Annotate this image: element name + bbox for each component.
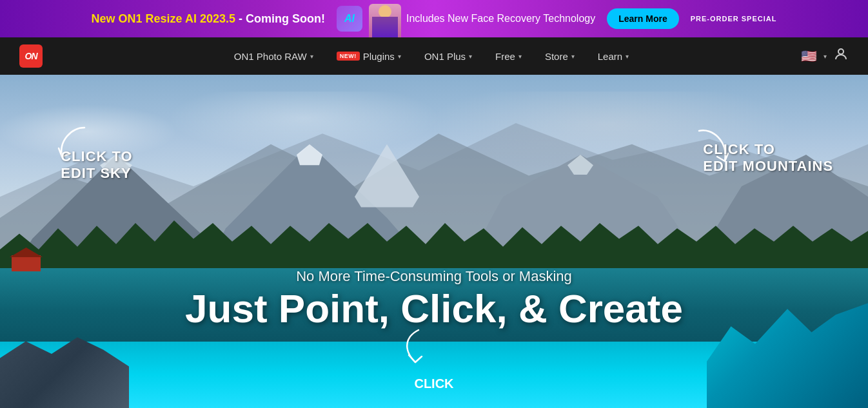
hero-section: CLICK TO EDIT SKY CLICK TO EDIT MOUNTAIN… [0,75,868,408]
user-account-icon[interactable] [833,46,849,66]
hero-cabin [12,255,41,271]
banner-preorder-label: PRE-ORDER SPECIAL [691,15,777,23]
chevron-down-icon: ▾ [571,53,575,60]
svg-point-0 [838,49,843,54]
navbar: ON ON1 Photo RAW ▾ NEW! Plugins ▾ ON1 Pl… [0,37,868,75]
hero-mountains-svg [0,92,868,291]
nav-item-learn[interactable]: Learn ▾ [586,37,640,75]
nav-item-store[interactable]: Store ▾ [533,37,586,75]
nav-item-on1-plus[interactable]: ON1 Plus ▾ [413,37,484,75]
banner-learn-more-button[interactable]: Learn More [607,8,678,29]
chevron-down-icon: ▾ [626,53,629,60]
language-flag-icon[interactable]: 🇺🇸 [801,48,817,64]
nav-item-plugins[interactable]: NEW! Plugins ▾ [325,37,413,75]
banner-includes-text: Includes New Face Recovery Technology [406,13,595,24]
banner-promo-text: New ON1 Resize AI 2023.5 - Coming Soon! [92,12,325,26]
banner-ai-visual: AI [337,0,395,37]
chevron-down-icon: ▾ [469,53,472,60]
banner-person-image [369,4,401,37]
promo-banner: New ON1 Resize AI 2023.5 - Coming Soon! … [0,0,868,37]
new-badge: NEW! [337,52,360,61]
nav-items: ON1 Photo RAW ▾ NEW! Plugins ▾ ON1 Plus … [62,37,801,75]
chevron-down-icon: ▾ [310,53,313,60]
banner-suffix: - Coming Soon! [239,12,325,25]
chevron-down-icon: ▾ [398,53,401,60]
chevron-down-icon: ▾ [824,53,827,60]
chevron-down-icon: ▾ [518,53,522,60]
nav-logo[interactable]: ON [19,44,43,68]
nav-right: 🇺🇸 ▾ [801,46,849,66]
nav-item-photo-raw[interactable]: ON1 Photo RAW ▾ [222,37,325,75]
on1-logo-icon: ON [19,44,43,68]
nav-item-free[interactable]: Free ▾ [484,37,533,75]
banner-ai-badge: AI [337,6,362,32]
banner-highlight: New ON1 Resize AI 2023.5 [92,12,235,25]
